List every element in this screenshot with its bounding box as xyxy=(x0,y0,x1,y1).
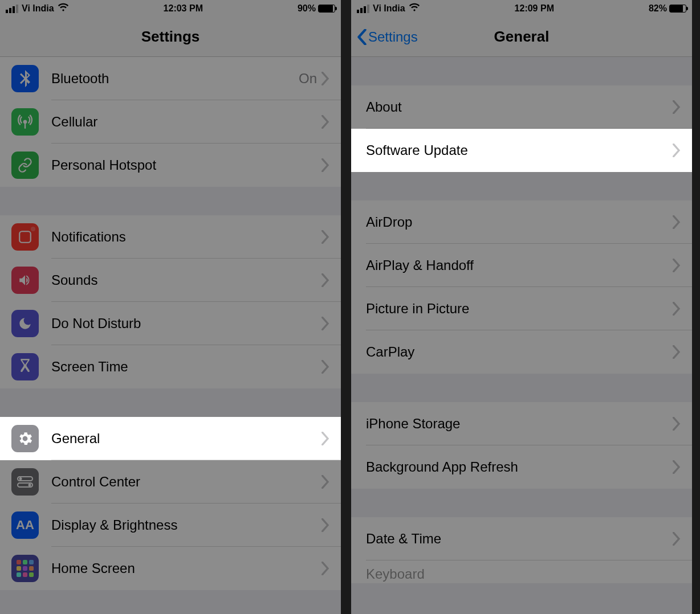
general-screen: Vi India 12:09 PM 82% Settings General A… xyxy=(351,0,692,614)
row-screen-time[interactable]: Screen Time xyxy=(0,345,341,388)
chevron-right-icon xyxy=(321,360,329,374)
chevron-right-icon xyxy=(673,302,681,316)
chevron-right-icon xyxy=(321,230,329,244)
row-label: iPhone Storage xyxy=(366,416,673,432)
row-carplay[interactable]: CarPlay xyxy=(351,330,692,374)
chevron-right-icon xyxy=(673,259,681,272)
row-value: On xyxy=(299,71,317,87)
row-label: Software Update xyxy=(366,142,673,158)
row-label: About xyxy=(366,99,673,115)
row-airplay-handoff[interactable]: AirPlay & Handoff xyxy=(351,244,692,287)
row-display-brightness[interactable]: AA Display & Brightness xyxy=(0,504,341,547)
chevron-right-icon xyxy=(673,215,681,229)
row-label: Display & Brightness xyxy=(51,517,321,533)
gear-icon xyxy=(11,425,39,452)
row-label: Personal Hotspot xyxy=(51,157,321,173)
notifications-icon xyxy=(11,223,39,251)
row-label: Background App Refresh xyxy=(366,459,673,475)
row-do-not-disturb[interactable]: Do Not Disturb xyxy=(0,302,341,345)
row-label: CarPlay xyxy=(366,344,673,360)
page-title: Settings xyxy=(141,28,200,46)
row-background-app-refresh[interactable]: Background App Refresh xyxy=(351,445,692,489)
row-label: Keyboard xyxy=(366,566,681,582)
chevron-right-icon xyxy=(321,562,329,575)
wifi-icon xyxy=(58,3,69,15)
back-button[interactable]: Settings xyxy=(357,29,418,45)
link-icon xyxy=(11,152,39,179)
row-software-update[interactable]: Software Update xyxy=(351,129,692,172)
svg-point-2 xyxy=(19,477,22,480)
svg-rect-0 xyxy=(19,231,31,243)
chevron-right-icon xyxy=(321,432,329,445)
row-bluetooth[interactable]: Bluetooth On xyxy=(0,57,341,100)
chevron-right-icon xyxy=(673,345,681,359)
row-keyboard[interactable]: Keyboard xyxy=(351,560,692,583)
wifi-icon xyxy=(409,3,420,15)
row-home-screen[interactable]: Home Screen xyxy=(0,547,341,590)
svg-point-4 xyxy=(29,484,31,486)
chevron-right-icon xyxy=(673,144,681,157)
battery-pct: 90% xyxy=(298,3,316,14)
chevron-right-icon xyxy=(673,532,681,546)
antenna-icon xyxy=(11,108,39,136)
row-label: AirDrop xyxy=(366,214,673,230)
home-grid-icon xyxy=(11,555,39,582)
settings-group-alerts: Notifications Sounds Do Not Disturb Scre… xyxy=(0,215,341,388)
general-group-storage: iPhone Storage Background App Refresh xyxy=(351,402,692,489)
row-label: Sounds xyxy=(51,272,321,288)
row-label: Control Center xyxy=(51,474,321,490)
row-about[interactable]: About xyxy=(351,85,692,129)
status-bar: Vi India 12:03 PM 90% xyxy=(0,0,341,17)
row-label: Do Not Disturb xyxy=(51,316,321,331)
clock: 12:03 PM xyxy=(164,3,203,14)
row-personal-hotspot[interactable]: Personal Hotspot xyxy=(0,144,341,187)
row-sounds[interactable]: Sounds xyxy=(0,259,341,302)
speaker-icon xyxy=(11,267,39,294)
row-label: AirPlay & Handoff xyxy=(366,257,673,273)
hourglass-icon xyxy=(11,353,39,380)
general-group-sharing: AirDrop AirPlay & Handoff Picture in Pic… xyxy=(351,200,692,374)
row-control-center[interactable]: Control Center xyxy=(0,460,341,504)
chevron-right-icon xyxy=(321,72,329,85)
back-label: Settings xyxy=(368,29,418,45)
chevron-right-icon xyxy=(321,317,329,330)
battery-icon xyxy=(669,5,686,13)
nav-bar: Settings General xyxy=(351,17,692,57)
row-label: General xyxy=(51,431,321,447)
row-label: Cellular xyxy=(51,114,321,130)
page-title: General xyxy=(494,28,550,46)
clock: 12:09 PM xyxy=(515,3,554,14)
chevron-right-icon xyxy=(673,417,681,431)
battery-pct: 82% xyxy=(649,3,667,14)
chevron-right-icon xyxy=(673,100,681,114)
nav-bar: Settings xyxy=(0,17,341,57)
chevron-right-icon xyxy=(673,460,681,474)
row-date-time[interactable]: Date & Time xyxy=(351,517,692,560)
row-label: Bluetooth xyxy=(51,71,299,87)
row-label: Screen Time xyxy=(51,359,321,375)
settings-group-system: General Control Center AA Display & Brig… xyxy=(0,417,341,590)
carrier-label: Vi India xyxy=(373,3,405,14)
row-general[interactable]: General xyxy=(0,417,341,460)
chevron-right-icon xyxy=(321,518,329,532)
toggles-icon xyxy=(11,468,39,496)
row-notifications[interactable]: Notifications xyxy=(0,215,341,259)
status-bar: Vi India 12:09 PM 82% xyxy=(351,0,692,17)
chevron-right-icon xyxy=(321,115,329,129)
battery-icon xyxy=(318,5,335,13)
chevron-right-icon xyxy=(321,475,329,489)
signal-icon xyxy=(357,5,369,13)
row-label: Date & Time xyxy=(366,531,673,547)
settings-group-connectivity: Bluetooth On Cellular Personal Hotspot xyxy=(0,57,341,187)
chevron-right-icon xyxy=(321,158,329,172)
row-cellular[interactable]: Cellular xyxy=(0,100,341,144)
row-airdrop[interactable]: AirDrop xyxy=(351,200,692,244)
general-group-info: About Software Update xyxy=(351,85,692,172)
row-picture-in-picture[interactable]: Picture in Picture xyxy=(351,287,692,330)
signal-icon xyxy=(6,5,18,13)
row-iphone-storage[interactable]: iPhone Storage xyxy=(351,402,692,445)
row-label: Picture in Picture xyxy=(366,301,673,317)
row-label: Home Screen xyxy=(51,560,321,576)
chevron-right-icon xyxy=(321,273,329,287)
carrier-label: Vi India xyxy=(22,3,54,14)
